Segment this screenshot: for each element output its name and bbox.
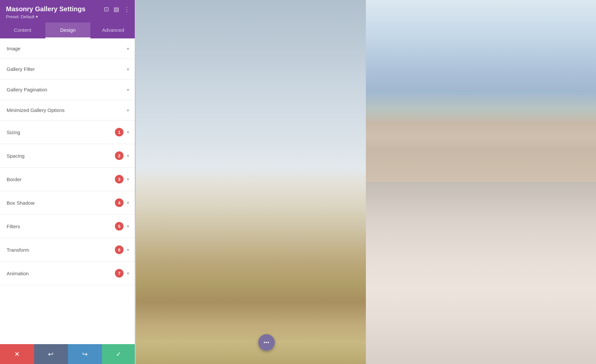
section-image-label: Image (7, 46, 21, 51)
panel-title: Masonry Gallery Settings (6, 5, 85, 13)
columns-icon[interactable]: ▤ (114, 6, 119, 13)
chevron-icon: ▾ (127, 200, 129, 205)
chevron-icon: ▾ (127, 224, 129, 229)
redo-button[interactable]: ↪ (68, 344, 102, 364)
section-minimized-gallery-label: Minimized Gallery Options (7, 107, 65, 113)
save-button[interactable]: ✓ (102, 344, 136, 364)
undo-button[interactable]: ↩ (34, 344, 68, 364)
section-filters-label: Filters (7, 224, 20, 229)
chevron-icon: ▾ (127, 153, 129, 158)
section-image: Image ▾ (0, 38, 136, 59)
section-spacing: Spacing 2 ▾ (0, 144, 136, 168)
badge-spacing: 2 (115, 151, 124, 160)
bottom-toolbar: ✕ ↩ ↪ ✓ (0, 344, 136, 364)
badge-transform: 6 (115, 245, 124, 254)
badge-filters: 5 (115, 222, 124, 231)
gallery-image-1 (136, 0, 366, 364)
chevron-icon: ▾ (127, 108, 129, 113)
preset-label[interactable]: Preset: Default ▾ (6, 14, 130, 19)
chevron-icon: ▾ (127, 130, 129, 135)
chevron-icon: ▾ (127, 271, 129, 276)
section-transform-label: Transform (7, 247, 29, 253)
chevron-icon: ▾ (127, 177, 129, 182)
section-sizing: Sizing 1 ▾ (0, 121, 136, 144)
tab-bar: Content Design Advanced (0, 23, 136, 38)
resize-icon[interactable]: ⊡ (104, 6, 109, 13)
undo-icon: ↩ (48, 350, 54, 358)
fab-button[interactable]: ••• (258, 334, 275, 351)
section-gallery-filter-label: Gallery Filter (7, 66, 35, 72)
more-icon[interactable]: ⋮ (124, 6, 130, 13)
gallery-grid (136, 0, 596, 364)
chevron-icon: ▾ (127, 46, 129, 51)
section-gallery-pagination-label: Gallery Pagination (7, 87, 47, 92)
header-icons: ⊡ ▤ ⋮ (104, 6, 130, 13)
section-border: Border 3 ▾ (0, 168, 136, 191)
chevron-icon: ▾ (127, 67, 129, 72)
badge-sizing: 1 (115, 128, 124, 136)
cancel-button[interactable]: ✕ (0, 344, 34, 364)
section-transform: Transform 6 ▾ (0, 238, 136, 262)
section-box-shadow: Box Shadow 4 ▾ (0, 191, 136, 215)
gallery-image-3 (366, 182, 596, 364)
badge-border: 3 (115, 175, 124, 183)
section-spacing-label: Spacing (7, 153, 25, 159)
tab-advanced[interactable]: Advanced (90, 23, 136, 38)
tab-design[interactable]: Design (45, 23, 91, 38)
panel-header: Masonry Gallery Settings ⊡ ▤ ⋮ Preset: D… (0, 0, 136, 23)
section-box-shadow-label: Box Shadow (7, 200, 34, 206)
redo-icon: ↪ (82, 350, 88, 358)
check-icon: ✓ (116, 350, 122, 358)
section-animation: Animation 7 ▾ (0, 262, 136, 285)
panel-sections: Image ▾ Gallery Filter ▾ Gallery Paginat… (0, 38, 136, 344)
tab-content[interactable]: Content (0, 23, 45, 38)
canvas-area: ••• (136, 0, 596, 364)
section-sizing-label: Sizing (7, 130, 20, 135)
badge-box-shadow: 4 (115, 198, 124, 207)
badge-animation: 7 (115, 269, 124, 278)
section-filters: Filters 5 ▾ (0, 215, 136, 238)
section-gallery-filter: Gallery Filter ▾ (0, 59, 136, 79)
chevron-icon: ▾ (127, 87, 129, 92)
cancel-icon: ✕ (14, 350, 20, 358)
section-border-label: Border (7, 177, 22, 182)
fab-dots-icon: ••• (264, 340, 270, 345)
section-animation-label: Animation (7, 271, 29, 276)
chevron-icon: ▾ (127, 247, 129, 252)
section-gallery-pagination: Gallery Pagination ▾ (0, 79, 136, 100)
settings-panel: Masonry Gallery Settings ⊡ ▤ ⋮ Preset: D… (0, 0, 136, 364)
gallery-image-2 (366, 0, 596, 182)
section-minimized-gallery: Minimized Gallery Options ▾ (0, 100, 136, 121)
